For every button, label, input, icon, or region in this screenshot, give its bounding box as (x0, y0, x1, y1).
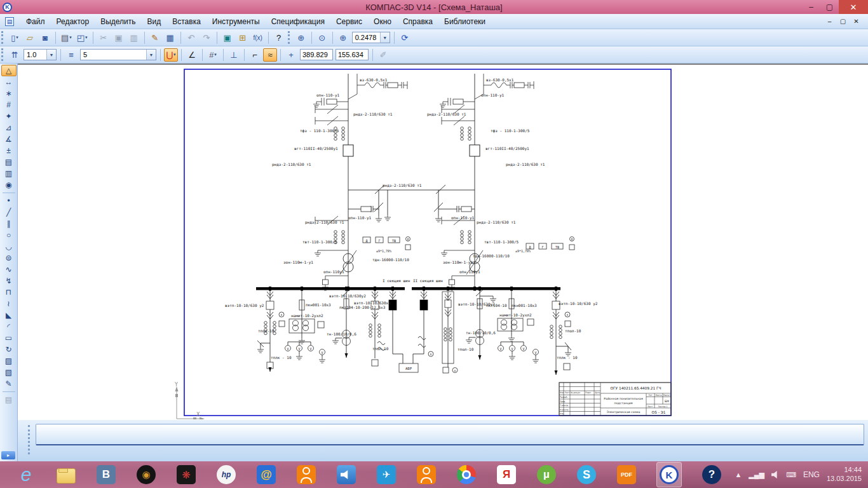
redo-button[interactable]: ↷ (200, 31, 214, 44)
segment-tool-button[interactable]: ╱ (1, 207, 17, 218)
hatch-lines-tool-button[interactable]: ▨ (1, 355, 17, 367)
toolbar-drag-handle[interactable] (1, 48, 5, 61)
webcam-app-icon[interactable]: ◉ (137, 465, 156, 484)
volume-icon[interactable] (771, 471, 779, 478)
volume-app-icon[interactable] (337, 465, 356, 484)
input-device-icon[interactable]: ⌨ (786, 471, 796, 479)
utorrent-icon[interactable]: µ (537, 465, 556, 484)
kompas-3d-icon[interactable]: K (660, 465, 679, 484)
context-help-button[interactable]: ? (272, 31, 286, 44)
reports-tool-button[interactable]: ▥ (1, 168, 17, 179)
undo-button[interactable]: ↶ (184, 31, 198, 44)
contour-tool-button[interactable]: ↻ (1, 344, 17, 355)
file-explorer-icon[interactable] (57, 468, 76, 484)
clock[interactable]: 14:44 13.03.2015 (827, 466, 862, 484)
lightning-tool-button[interactable]: ↯ (1, 275, 17, 287)
drawing-canvas[interactable]: вз-630-0,5х1вз-630-0,5х1опн-110-у1опн-11… (18, 64, 868, 419)
rectangle-tool-button[interactable]: ▭ (1, 332, 17, 344)
menu-8[interactable]: Сервис (330, 15, 368, 28)
new-document-dropdown-icon[interactable]: ▾ (16, 35, 18, 40)
properties-button[interactable]: ▦ (163, 31, 177, 44)
internet-explorer-icon[interactable]: e (17, 465, 36, 484)
dimensions-tool-button[interactable]: ↔ (1, 76, 17, 88)
mdi-close-button[interactable]: ✕ (851, 17, 862, 26)
new-document-button[interactable]: ▯▾ (8, 31, 22, 44)
measure-tool-button[interactable]: ∡ (1, 133, 17, 145)
menu-10[interactable]: Справка (397, 15, 438, 28)
menu-3[interactable]: Выделить (95, 15, 141, 28)
current-step-icon-button[interactable]: ⇈ (8, 48, 22, 62)
yandex-browser-icon[interactable]: Я (497, 465, 516, 484)
vkontakte-icon[interactable]: В (97, 465, 116, 484)
zoom-in-area-button[interactable]: ⊕ (294, 31, 308, 44)
print-dropdown-icon[interactable]: ▾ (69, 35, 72, 40)
chamfer-tool-button[interactable]: ◣ (1, 309, 17, 321)
toolbar-drag-handle[interactable] (288, 31, 292, 44)
format-brush-button[interactable]: ✎ (148, 31, 162, 44)
parametrization-tool-button[interactable]: ⊿ (1, 122, 17, 133)
google-chrome-icon[interactable] (457, 465, 476, 484)
network-icon[interactable]: ▂▄▆ (749, 471, 764, 479)
step-combo-arrow-icon[interactable]: ▼ (46, 50, 56, 60)
polyline-tool-button[interactable]: ⊓ (1, 287, 17, 298)
insertion-tool-button[interactable]: ◉ (1, 179, 17, 191)
point-tool-button[interactable]: • (1, 195, 17, 207)
menu-2[interactable]: Редактор (51, 15, 95, 28)
close-button[interactable]: ✕ (839, 0, 868, 14)
minimize-button[interactable]: – (802, 0, 820, 14)
editing-tool-button[interactable]: ✦ (1, 111, 17, 122)
grid-toggle-button[interactable]: #▾ (206, 48, 220, 62)
designations-tool-button[interactable]: ∗ (1, 88, 17, 99)
mdi-restore-button[interactable]: ▢ (837, 17, 848, 26)
odnoklassniki-icon[interactable] (297, 465, 316, 484)
zoom-combo-arrow-icon[interactable]: ▼ (380, 32, 390, 43)
coords-icon-button[interactable]: + (284, 48, 298, 62)
copy-properties-button[interactable]: ✐ (376, 48, 390, 62)
snap-magnet-button[interactable]: ⋃▾ (164, 48, 178, 62)
grid-toggle-dropdown-icon[interactable]: ▾ (214, 52, 217, 57)
open-document-button[interactable]: ▱ (23, 31, 37, 44)
parallel-line-tool-button[interactable]: ∥ (1, 218, 17, 229)
designations-grid-tool-button[interactable]: # (1, 99, 17, 111)
hatch-tool-button[interactable]: ▧ (1, 367, 17, 378)
menu-1[interactable]: Файл (20, 15, 51, 28)
paste-button[interactable]: ▥ (127, 31, 141, 44)
refresh-view-button[interactable]: ⟳ (398, 31, 412, 44)
angle-snap-button[interactable]: ∠ (185, 48, 199, 62)
odnoklassniki-2-icon[interactable] (417, 465, 436, 484)
selection-tool-button[interactable]: ± (1, 145, 17, 156)
ortho-drawing-button[interactable]: ⌐ (248, 48, 262, 62)
rounding-toggle-button[interactable]: ≈ (263, 48, 277, 62)
layers-icon-button[interactable]: ≡ (64, 48, 78, 62)
preview-tool-button[interactable]: ▤ (1, 394, 17, 405)
step-combo[interactable]: 1.0▼ (24, 49, 57, 60)
fx-variables-button[interactable]: f(x) (251, 31, 265, 44)
format-brush-tool-button[interactable]: ✎ (1, 378, 17, 390)
snap-magnet-dropdown-icon[interactable]: ▾ (173, 52, 176, 57)
panel-expand-button[interactable]: ▸ (1, 451, 15, 459)
layers-combo-arrow-icon[interactable]: ▼ (146, 50, 156, 60)
arc-tool-button[interactable]: ◡ (1, 241, 17, 252)
layers-combo[interactable]: 5▼ (80, 49, 156, 60)
bezier-tool-button[interactable]: ≀ (1, 298, 17, 309)
mail-ru-icon[interactable]: @ (257, 465, 276, 484)
coord-x-input[interactable]: 155.634 (336, 49, 369, 60)
skype-icon[interactable]: S (577, 465, 596, 484)
mdi-minimize-button[interactable]: – (824, 17, 835, 26)
document-system-icon[interactable]: ▤ (5, 17, 14, 26)
menu-7[interactable]: Спецификация (266, 15, 330, 28)
toolbar-drag-handle[interactable] (1, 31, 5, 44)
local-cs-button[interactable]: ⊥ (227, 48, 241, 62)
help-app-icon[interactable]: ? (702, 465, 721, 484)
curve-tool-button[interactable]: ∿ (1, 264, 17, 275)
message-area[interactable] (36, 424, 864, 445)
puzzle-app-icon[interactable]: ❋ (177, 465, 196, 484)
cut-button[interactable]: ✂ (97, 31, 111, 44)
panel-drag-handle[interactable] (28, 425, 32, 454)
fillet-tool-button[interactable]: ◜ (1, 321, 17, 332)
print-button[interactable]: ▤▾ (59, 31, 74, 44)
coord-y-input[interactable]: 389.829 (300, 49, 333, 60)
rocket-app-icon[interactable]: ✈ (377, 465, 396, 484)
circle-tool-button[interactable]: ○ (1, 229, 17, 241)
save-document-button[interactable]: ◙ (38, 31, 52, 44)
